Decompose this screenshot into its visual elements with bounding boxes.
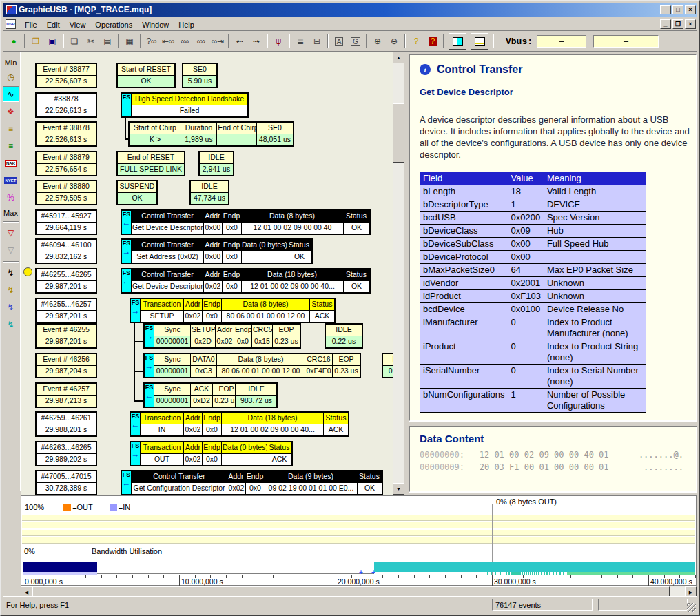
event-id-box[interactable]: Event # 3887822.526,613 s [35, 121, 97, 147]
usb-connect-button[interactable]: ψ [271, 34, 286, 49]
document-icon[interactable]: USB [6, 19, 16, 29]
menu-help[interactable]: Help [174, 19, 199, 30]
trace-event-group[interactable]: FS←TransactionAddrEndpData (18 bytes)Sta… [130, 411, 349, 437]
trace-event-group[interactable]: FS←Control TransferAddrEndpData (18 byte… [121, 268, 371, 294]
hex-line: 00000009: 20 03 F1 00 01 00 00 00 01 ...… [420, 461, 686, 473]
trace-event-group[interactable]: IDLE2,941 us [198, 151, 234, 176]
field-header: Endp [245, 471, 265, 482]
trace-event-group[interactable]: FS→TransactionAddrEndpData (0 bytes)Stat… [130, 441, 293, 466]
filter-setup-button[interactable]: ▽ [3, 225, 19, 240]
run-to-event-button[interactable]: ↯ [3, 282, 19, 298]
event-id-box[interactable]: #47005...4701530.728,389 s [35, 470, 97, 495]
child-minimize-button[interactable]: _ [660, 19, 671, 29]
find-last-button[interactable]: ∞⇥ [210, 34, 225, 49]
copy-button[interactable]: ❏ [67, 34, 82, 49]
trace-event-group[interactable]: Start of RESETOK [116, 63, 176, 88]
trace-vertical-scrollbar[interactable]: ▲ ▼ [393, 52, 404, 495]
run-back-button[interactable]: ⇠ [232, 34, 247, 49]
event-id-box[interactable]: #45917...4592729.664,119 s [35, 209, 97, 235]
nak-filter-button[interactable]: NAK [3, 155, 19, 171]
event-id-box[interactable]: #46094...4610029.832,162 s [35, 238, 97, 264]
maximize-button[interactable]: □ [672, 5, 683, 14]
run-to-transaction-button[interactable]: ↯ [3, 316, 19, 332]
trace-event-group[interactable]: FSHigh Speed Detection HandshakeFailed [121, 92, 249, 118]
analyser-a-button[interactable]: A [331, 34, 347, 49]
trace-event-group[interactable]: End of RESETFULL SPEED LINK [116, 151, 185, 176]
compact-list-button[interactable]: ≡ [3, 138, 19, 154]
timer-icon-button[interactable]: ◷ [3, 69, 19, 85]
list-view-button[interactable]: ≡ [3, 121, 19, 136]
trace-event-group[interactable]: FS←SyncACKEOP000000010xD20.23 us [143, 382, 241, 408]
run-forward-button[interactable]: ⇢ [249, 34, 264, 49]
find-button[interactable]: ?∞ [144, 34, 159, 49]
scroll-up-arrow[interactable]: ▲ [393, 52, 404, 63]
toggle-bandwidth-pane-button[interactable] [471, 33, 488, 50]
zoom-in-button[interactable]: ⊕ [370, 34, 385, 49]
trace-event-group[interactable]: IDLE47,734 us [189, 180, 229, 205]
run-to-packet-button[interactable]: ↯ [3, 299, 19, 315]
minimize-button[interactable]: _ [660, 5, 671, 14]
event-id-box[interactable]: Event # 4625529.987,201 s [35, 323, 97, 349]
event-id-box[interactable]: #46263...4626529.989,202 s [35, 441, 97, 466]
export-list-button[interactable]: ⊟ [309, 34, 325, 49]
print-button[interactable]: ▦ [122, 34, 137, 49]
bandwidth-chart[interactable]: 100% =OUT =IN 0% Bandwidth Utilisation 0… [21, 495, 697, 586]
menu-operations[interactable]: Operations [90, 19, 137, 30]
fs-speed-cell: FS→ [122, 240, 132, 263]
field-header: Transaction [141, 413, 183, 424]
statistics-button[interactable]: % [3, 189, 19, 205]
save-button[interactable]: ▣ [45, 34, 60, 49]
trace-event-group[interactable]: IDLE983.72 us [235, 382, 278, 408]
menu-edit[interactable]: Edit [42, 19, 65, 30]
resize-grip[interactable] [687, 603, 696, 612]
trace-event-group[interactable]: FS←Control TransferAddrEndpData (9 bytes… [121, 470, 383, 495]
event-id-box[interactable]: #46255...4626529.987,201 s [35, 268, 97, 294]
run-to-trigger-button[interactable]: ↯ [3, 265, 19, 280]
trace-event-group[interactable]: SE048,051 us [256, 121, 294, 147]
event-id-box[interactable]: Event # 4625729.987,213 s [35, 382, 97, 408]
menu-file[interactable]: File [20, 19, 42, 30]
export-sheets-button[interactable]: ≣ [293, 34, 308, 49]
event-id-box[interactable]: #3887822.526,613 s [35, 92, 97, 118]
event-id-box[interactable]: Event # 3887922.576,654 s [35, 151, 97, 176]
trace-event-group[interactable]: IDLE0.31 us [382, 353, 393, 378]
open-button[interactable]: ❐ [28, 34, 43, 49]
find-next-button[interactable]: ∞› [194, 34, 209, 49]
waveform-view-button[interactable]: ∿ [3, 86, 19, 102]
trace-event-group[interactable]: SE05.90 us [182, 63, 218, 88]
trace-event-group[interactable]: FS→Control TransferAddrEndpData (0 bytes… [121, 238, 313, 264]
menu-window[interactable]: Window [137, 19, 174, 30]
trace-event-group[interactable]: FS→SyncDATA0Data (8 bytes)CRC16EOP000000… [143, 353, 361, 378]
packet-view-button[interactable]: ❖ [3, 103, 19, 119]
close-button[interactable]: × [685, 5, 696, 14]
generator-g-button[interactable]: G [348, 34, 363, 49]
filter-button[interactable]: ▽ [3, 242, 19, 258]
trace-event-group[interactable]: IDLE0.22 us [325, 323, 363, 349]
help-book-button[interactable]: ? [425, 34, 440, 49]
event-id-box[interactable]: #46255...4625729.987,201 s [35, 298, 97, 323]
trace-event-group[interactable]: FS←Control TransferAddrEndpData (8 bytes… [121, 209, 371, 235]
child-restore-button[interactable]: ❐ [672, 19, 683, 29]
find-prev-button[interactable]: ‹∞ [177, 34, 192, 49]
trace-event-group[interactable]: FS→TransactionAddrEndpData (8 bytes)Stat… [130, 298, 336, 323]
menu-view[interactable]: View [65, 19, 91, 30]
zoom-out-button[interactable]: ⊖ [387, 34, 402, 49]
child-close-button[interactable]: × [685, 19, 696, 29]
toggle-detail-pane-button[interactable] [449, 33, 466, 50]
help-button[interactable]: ? [409, 34, 424, 49]
event-id-box[interactable]: Event # 3887722.526,607 s [35, 63, 97, 88]
vertical-scroll-thumb[interactable] [393, 103, 404, 163]
cut-button[interactable]: ✂ [83, 34, 99, 49]
event-id-box[interactable]: Event # 3888022.579,595 s [35, 180, 97, 205]
scroll-down-arrow[interactable]: ▼ [393, 483, 404, 495]
trace-event-group[interactable]: Start of ChirpDurationEnd of ChirpK >1,9… [128, 121, 260, 147]
event-id-box[interactable]: #46259...4626129.988,201 s [35, 411, 97, 437]
trace-canvas[interactable]: Event # 3887722.526,607 sStart of RESETO… [21, 52, 393, 495]
find-first-button[interactable]: ⇤∞ [161, 34, 176, 49]
record-button[interactable]: ● [6, 34, 21, 49]
trace-event-group[interactable]: FS→SyncSETUPAddrEndpCRC5EOP000000010x2D0… [143, 323, 301, 349]
trace-event-group[interactable]: SUSPENDOK [116, 180, 158, 205]
event-id-box[interactable]: Event # 4625629.987,204 s [35, 353, 97, 378]
paste-button[interactable]: ▤ [100, 34, 115, 49]
nyet-filter-button[interactable]: NYET [3, 172, 19, 188]
